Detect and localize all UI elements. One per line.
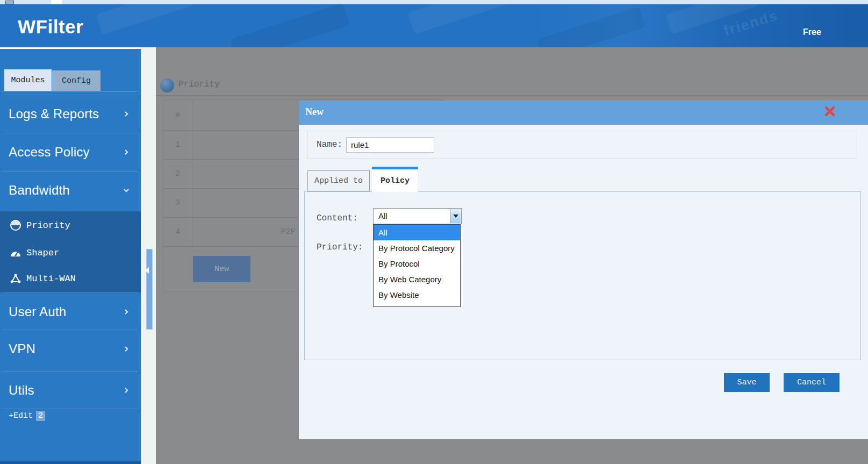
chevron-right-icon	[123, 346, 130, 352]
name-label: Name:	[317, 140, 342, 149]
save-button[interactable]: Save	[724, 373, 770, 392]
content-dropdown-list: All By Protocol Category By Protocol By …	[373, 224, 461, 307]
keyboard-texture	[96, 4, 195, 35]
page-heading-bar: Priority	[156, 47, 868, 96]
chevron-down-icon	[123, 187, 130, 194]
dropdown-option-by-website[interactable]: By Website	[374, 287, 460, 303]
content-select-value: All	[378, 211, 388, 220]
browser-mini-icon	[5, 1, 14, 4]
sphere-icon	[10, 219, 21, 231]
app-logo: WFilter	[18, 16, 83, 38]
browser-edge-strip	[0, 0, 868, 4]
sidebar-item-access-policy[interactable]: Access Policy	[2, 133, 139, 171]
policy-tab-panel: Content: Priority: All All By Protocol C…	[304, 191, 861, 360]
edit-count-badge: 2	[36, 411, 45, 421]
collapse-left-icon	[145, 267, 149, 274]
content-label: Content:	[317, 213, 358, 223]
sidebar-gap	[141, 47, 156, 464]
sidebar-footer-strip	[0, 461, 141, 464]
keyboard-texture	[407, 4, 517, 34]
sidebar-item-user-auth[interactable]: User Auth	[2, 292, 139, 331]
tab-divider	[2, 91, 138, 91]
priority-sphere-icon	[160, 78, 174, 92]
dialog-title: New	[305, 106, 324, 118]
cancel-button[interactable]: Cancel	[784, 373, 840, 392]
sidebar-item-shaper[interactable]: Shaper	[10, 245, 59, 261]
chevron-right-icon	[123, 111, 130, 117]
tab-applied-to[interactable]: Applied to	[307, 170, 370, 191]
plan-badge: Free	[803, 27, 821, 37]
keyboard-texture	[537, 6, 646, 47]
dropdown-option-all[interactable]: All	[374, 225, 460, 240]
app-header: friends WFilter Free	[0, 4, 868, 47]
sidebar-item-priority[interactable]: Priority	[10, 217, 70, 233]
sidebar-item-logs-reports[interactable]: Logs & Reports	[2, 95, 139, 133]
sidebar: Modules Config Logs & Reports Access Pol…	[0, 47, 141, 464]
dropdown-arrow-icon[interactable]	[450, 209, 461, 223]
tab-modules[interactable]: Modules	[4, 69, 52, 91]
sidebar-item-multi-wan[interactable]: Multi-WAN	[10, 270, 76, 287]
dropdown-option-by-web-category[interactable]: By Web Category	[374, 272, 460, 287]
close-icon[interactable]	[824, 105, 836, 117]
content-select[interactable]: All	[373, 208, 462, 224]
network-icon	[10, 273, 21, 284]
edit-menu-control[interactable]: +Edit 2	[9, 411, 45, 421]
browser-mini-tab	[51, 0, 62, 4]
chevron-right-icon	[123, 149, 130, 155]
new-rule-button-dimmed: New	[193, 256, 250, 282]
dropdown-option-by-protocol-category[interactable]: By Protocol Category	[374, 240, 460, 256]
page-title: Priority	[178, 80, 220, 89]
name-field-group: Name:	[307, 131, 857, 159]
bandwidth-submenu: Priority Shaper Multi-WAN	[0, 211, 141, 292]
sidebar-item-bandwidth[interactable]: Bandwidth	[2, 171, 139, 209]
gauge-icon	[10, 248, 21, 258]
dropdown-option-by-protocol[interactable]: By Protocol	[374, 256, 460, 272]
keyboard-texture	[231, 4, 350, 47]
tab-policy[interactable]: Policy	[372, 167, 418, 192]
dialog-header[interactable]: New	[299, 101, 868, 125]
edit-label: +Edit	[9, 411, 33, 420]
tab-config[interactable]: Config	[52, 70, 101, 91]
sidebar-item-vpn[interactable]: VPN	[2, 330, 139, 368]
new-rule-dialog: New Name: Applied to Policy Content: Pri…	[299, 101, 868, 439]
chevron-right-icon	[123, 387, 130, 394]
name-input[interactable]	[346, 137, 434, 153]
sidebar-collapse-handle[interactable]	[146, 249, 153, 330]
column-header-num: #	[163, 100, 192, 131]
priority-label: Priority:	[317, 242, 363, 252]
chevron-right-icon	[123, 309, 130, 315]
sidebar-item-utils[interactable]: Utils	[2, 371, 139, 409]
